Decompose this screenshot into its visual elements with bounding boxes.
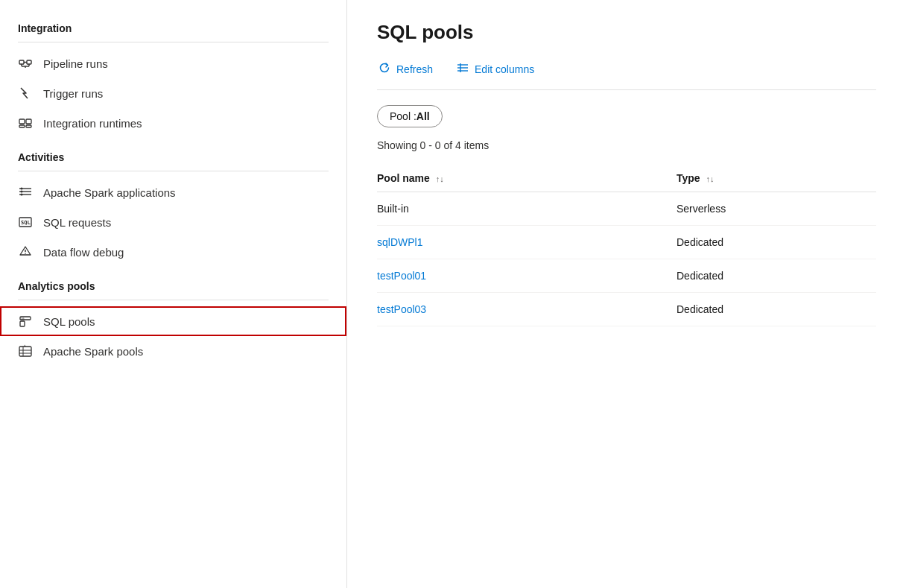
table-row: sqlDWPl1Dedicated xyxy=(377,226,876,259)
svg-rect-1 xyxy=(27,60,31,64)
svg-rect-23 xyxy=(20,321,25,326)
sidebar-item-sql-pools-label: SQL pools xyxy=(43,315,95,328)
dataflow-icon xyxy=(18,244,33,259)
svg-point-14 xyxy=(21,188,23,190)
table-header-row: Pool name ↑↓ Type ↑↓ xyxy=(377,165,876,192)
sidebar-item-apache-spark-applications-label: Apache Spark applications xyxy=(43,186,176,199)
trigger-icon xyxy=(18,86,33,101)
sidebar-divider-integration xyxy=(18,42,329,42)
sidebar-item-sql-requests-label: SQL requests xyxy=(43,216,111,229)
svg-rect-0 xyxy=(19,60,24,64)
table-cell-type: Dedicated xyxy=(677,226,876,259)
table-row: testPool01Dedicated xyxy=(377,259,876,293)
sql-pools-icon: DB xyxy=(18,314,33,329)
col-header-pool-name-label: Pool name xyxy=(377,172,430,184)
col-header-type-label: Type xyxy=(677,172,700,184)
table-cell-pool-name[interactable]: testPool03 xyxy=(377,293,677,326)
sidebar-section-activities: Activities xyxy=(0,144,346,168)
sidebar-divider-activities xyxy=(18,171,329,171)
table-cell-pool-name[interactable]: testPool01 xyxy=(377,259,677,293)
svg-rect-8 xyxy=(26,119,31,124)
table-cell-pool-name[interactable]: sqlDWPl1 xyxy=(377,226,677,259)
sort-icon-type: ↑↓ xyxy=(706,174,715,183)
refresh-button[interactable]: Refresh xyxy=(377,59,434,79)
sort-icon-pool-name: ↑↓ xyxy=(436,174,444,183)
main-content: SQL pools Refresh Edit columns xyxy=(347,0,906,588)
svg-point-16 xyxy=(21,194,23,196)
svg-point-15 xyxy=(21,191,23,193)
sidebar: Integration Pipeline runs Trigger runs xyxy=(0,0,347,588)
sidebar-item-integration-runtimes-label: Integration runtimes xyxy=(43,117,142,130)
svg-rect-7 xyxy=(19,119,25,124)
sidebar-item-apache-spark-pools-label: Apache Spark pools xyxy=(43,345,143,358)
toolbar: Refresh Edit columns xyxy=(377,59,876,90)
svg-rect-10 xyxy=(26,125,31,127)
showing-count: Showing 0 - 0 of 4 items xyxy=(377,139,876,151)
table-cell-type: Dedicated xyxy=(677,259,876,293)
sidebar-item-integration-runtimes[interactable]: Integration runtimes xyxy=(0,108,346,138)
svg-rect-9 xyxy=(19,125,25,127)
svg-text:DB: DB xyxy=(22,317,25,320)
edit-columns-label: Edit columns xyxy=(475,63,534,75)
data-table: Pool name ↑↓ Type ↑↓ Built-inServerlesss… xyxy=(377,165,876,326)
runtime-icon xyxy=(18,116,33,130)
filter-prefix: Pool : xyxy=(390,110,416,122)
sidebar-section-analytics-pools: Analytics pools xyxy=(0,273,346,297)
sidebar-divider-analytics xyxy=(18,300,329,300)
edit-columns-icon xyxy=(457,62,469,76)
table-row: testPool03Dedicated xyxy=(377,293,876,326)
pipeline-icon xyxy=(18,56,33,71)
spark-apps-icon xyxy=(18,185,33,200)
sql-icon: SQL xyxy=(18,215,33,230)
svg-rect-25 xyxy=(19,347,31,356)
sidebar-item-apache-spark-applications[interactable]: Apache Spark applications xyxy=(0,177,346,207)
sidebar-item-sql-pools[interactable]: DB SQL pools xyxy=(0,306,346,336)
sidebar-item-sql-requests[interactable]: SQL SQL requests xyxy=(0,207,346,237)
sidebar-item-trigger-runs-label: Trigger runs xyxy=(43,87,103,100)
filter-value: All xyxy=(416,110,430,122)
sidebar-item-apache-spark-pools[interactable]: Apache Spark pools xyxy=(0,336,346,366)
table-cell-type: Serverless xyxy=(677,192,876,226)
spark-pools-icon xyxy=(18,344,33,358)
col-header-pool-name[interactable]: Pool name ↑↓ xyxy=(377,165,677,192)
svg-text:SQL: SQL xyxy=(21,220,31,226)
sidebar-section-integration: Integration xyxy=(0,15,346,39)
refresh-label: Refresh xyxy=(396,63,433,75)
sidebar-item-data-flow-debug[interactable]: Data flow debug xyxy=(0,237,346,267)
table-cell-type: Dedicated xyxy=(677,293,876,326)
col-header-type[interactable]: Type ↑↓ xyxy=(677,165,876,192)
sidebar-item-data-flow-debug-label: Data flow debug xyxy=(43,246,124,259)
table-body: Built-inServerlesssqlDWPl1DedicatedtestP… xyxy=(377,192,876,326)
page-title: SQL pools xyxy=(377,21,876,44)
sidebar-item-pipeline-runs[interactable]: Pipeline runs xyxy=(0,48,346,78)
sidebar-item-pipeline-runs-label: Pipeline runs xyxy=(43,57,108,70)
filter-pill[interactable]: Pool : All xyxy=(377,105,443,127)
svg-point-21 xyxy=(25,253,26,254)
table-cell-pool-name: Built-in xyxy=(377,192,677,226)
sidebar-item-trigger-runs[interactable]: Trigger runs xyxy=(0,78,346,108)
table-row: Built-inServerless xyxy=(377,192,876,226)
edit-columns-button[interactable]: Edit columns xyxy=(455,59,536,79)
refresh-icon xyxy=(378,62,390,76)
